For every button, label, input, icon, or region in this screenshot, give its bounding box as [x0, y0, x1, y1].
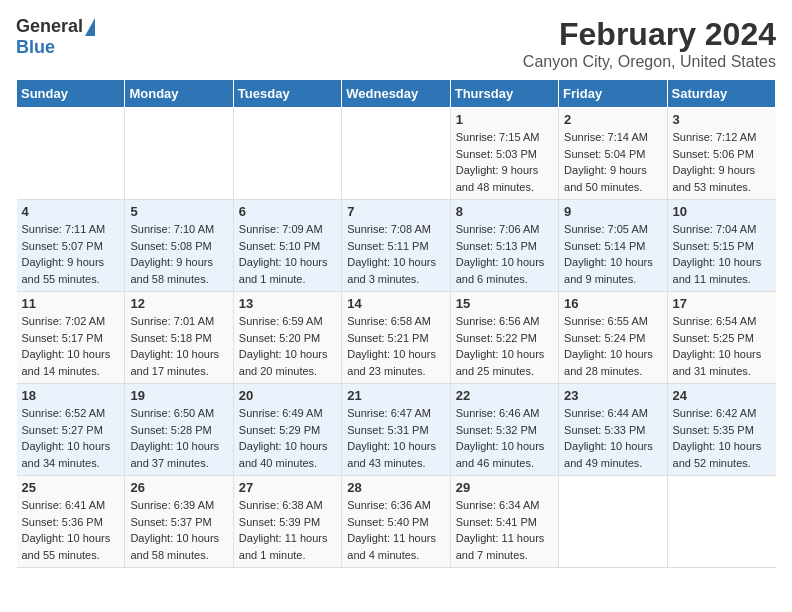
- logo-blue: Blue: [16, 37, 55, 58]
- day-info: Sunrise: 6:49 AMSunset: 5:29 PMDaylight:…: [239, 405, 336, 471]
- calendar-body: 1Sunrise: 7:15 AMSunset: 5:03 PMDaylight…: [17, 108, 776, 568]
- page-subtitle: Canyon City, Oregon, United States: [523, 53, 776, 71]
- day-info: Sunrise: 6:47 AMSunset: 5:31 PMDaylight:…: [347, 405, 444, 471]
- day-number: 20: [239, 388, 336, 403]
- day-number: 28: [347, 480, 444, 495]
- calendar-cell: 22Sunrise: 6:46 AMSunset: 5:32 PMDayligh…: [450, 384, 558, 476]
- calendar-cell: 10Sunrise: 7:04 AMSunset: 5:15 PMDayligh…: [667, 200, 775, 292]
- logo: General Blue: [16, 16, 95, 58]
- header-cell-thursday: Thursday: [450, 80, 558, 108]
- calendar-cell: 15Sunrise: 6:56 AMSunset: 5:22 PMDayligh…: [450, 292, 558, 384]
- day-info: Sunrise: 7:01 AMSunset: 5:18 PMDaylight:…: [130, 313, 227, 379]
- day-info: Sunrise: 7:12 AMSunset: 5:06 PMDaylight:…: [673, 129, 771, 195]
- calendar-cell: [342, 108, 450, 200]
- day-number: 16: [564, 296, 661, 311]
- day-number: 13: [239, 296, 336, 311]
- day-number: 23: [564, 388, 661, 403]
- calendar-cell: 4Sunrise: 7:11 AMSunset: 5:07 PMDaylight…: [17, 200, 125, 292]
- week-row-1: 4Sunrise: 7:11 AMSunset: 5:07 PMDaylight…: [17, 200, 776, 292]
- calendar-cell: 27Sunrise: 6:38 AMSunset: 5:39 PMDayligh…: [233, 476, 341, 568]
- calendar-cell: 5Sunrise: 7:10 AMSunset: 5:08 PMDaylight…: [125, 200, 233, 292]
- calendar-cell: 24Sunrise: 6:42 AMSunset: 5:35 PMDayligh…: [667, 384, 775, 476]
- day-number: 11: [22, 296, 120, 311]
- day-info: Sunrise: 6:52 AMSunset: 5:27 PMDaylight:…: [22, 405, 120, 471]
- day-info: Sunrise: 7:05 AMSunset: 5:14 PMDaylight:…: [564, 221, 661, 287]
- week-row-0: 1Sunrise: 7:15 AMSunset: 5:03 PMDaylight…: [17, 108, 776, 200]
- calendar-cell: 7Sunrise: 7:08 AMSunset: 5:11 PMDaylight…: [342, 200, 450, 292]
- title-area: February 2024 Canyon City, Oregon, Unite…: [523, 16, 776, 71]
- day-info: Sunrise: 7:10 AMSunset: 5:08 PMDaylight:…: [130, 221, 227, 287]
- calendar-table: SundayMondayTuesdayWednesdayThursdayFrid…: [16, 79, 776, 568]
- header-area: General Blue February 2024 Canyon City, …: [16, 16, 776, 71]
- day-info: Sunrise: 6:46 AMSunset: 5:32 PMDaylight:…: [456, 405, 553, 471]
- calendar-cell: 17Sunrise: 6:54 AMSunset: 5:25 PMDayligh…: [667, 292, 775, 384]
- calendar-cell: 29Sunrise: 6:34 AMSunset: 5:41 PMDayligh…: [450, 476, 558, 568]
- calendar-cell: 26Sunrise: 6:39 AMSunset: 5:37 PMDayligh…: [125, 476, 233, 568]
- day-number: 10: [673, 204, 771, 219]
- logo-icon: [85, 18, 95, 36]
- day-info: Sunrise: 6:55 AMSunset: 5:24 PMDaylight:…: [564, 313, 661, 379]
- header-cell-friday: Friday: [559, 80, 667, 108]
- day-info: Sunrise: 6:50 AMSunset: 5:28 PMDaylight:…: [130, 405, 227, 471]
- day-info: Sunrise: 6:58 AMSunset: 5:21 PMDaylight:…: [347, 313, 444, 379]
- day-info: Sunrise: 6:36 AMSunset: 5:40 PMDaylight:…: [347, 497, 444, 563]
- header-cell-saturday: Saturday: [667, 80, 775, 108]
- week-row-4: 25Sunrise: 6:41 AMSunset: 5:36 PMDayligh…: [17, 476, 776, 568]
- day-info: Sunrise: 7:15 AMSunset: 5:03 PMDaylight:…: [456, 129, 553, 195]
- day-info: Sunrise: 7:08 AMSunset: 5:11 PMDaylight:…: [347, 221, 444, 287]
- calendar-cell: 16Sunrise: 6:55 AMSunset: 5:24 PMDayligh…: [559, 292, 667, 384]
- calendar-cell: 12Sunrise: 7:01 AMSunset: 5:18 PMDayligh…: [125, 292, 233, 384]
- day-info: Sunrise: 7:06 AMSunset: 5:13 PMDaylight:…: [456, 221, 553, 287]
- day-number: 19: [130, 388, 227, 403]
- calendar-cell: [17, 108, 125, 200]
- calendar-cell: 8Sunrise: 7:06 AMSunset: 5:13 PMDaylight…: [450, 200, 558, 292]
- day-info: Sunrise: 7:09 AMSunset: 5:10 PMDaylight:…: [239, 221, 336, 287]
- page-title: February 2024: [523, 16, 776, 53]
- day-number: 14: [347, 296, 444, 311]
- header-cell-monday: Monday: [125, 80, 233, 108]
- day-info: Sunrise: 7:14 AMSunset: 5:04 PMDaylight:…: [564, 129, 661, 195]
- day-info: Sunrise: 6:44 AMSunset: 5:33 PMDaylight:…: [564, 405, 661, 471]
- calendar-cell: 11Sunrise: 7:02 AMSunset: 5:17 PMDayligh…: [17, 292, 125, 384]
- calendar-cell: [125, 108, 233, 200]
- day-number: 26: [130, 480, 227, 495]
- calendar-cell: [233, 108, 341, 200]
- day-info: Sunrise: 6:56 AMSunset: 5:22 PMDaylight:…: [456, 313, 553, 379]
- day-number: 18: [22, 388, 120, 403]
- calendar-cell: 18Sunrise: 6:52 AMSunset: 5:27 PMDayligh…: [17, 384, 125, 476]
- day-info: Sunrise: 6:41 AMSunset: 5:36 PMDaylight:…: [22, 497, 120, 563]
- logo-general: General: [16, 16, 83, 37]
- day-number: 3: [673, 112, 771, 127]
- calendar-cell: 6Sunrise: 7:09 AMSunset: 5:10 PMDaylight…: [233, 200, 341, 292]
- calendar-cell: 14Sunrise: 6:58 AMSunset: 5:21 PMDayligh…: [342, 292, 450, 384]
- calendar-cell: 2Sunrise: 7:14 AMSunset: 5:04 PMDaylight…: [559, 108, 667, 200]
- header-cell-wednesday: Wednesday: [342, 80, 450, 108]
- day-number: 12: [130, 296, 227, 311]
- day-number: 25: [22, 480, 120, 495]
- day-number: 27: [239, 480, 336, 495]
- day-info: Sunrise: 6:42 AMSunset: 5:35 PMDaylight:…: [673, 405, 771, 471]
- week-row-2: 11Sunrise: 7:02 AMSunset: 5:17 PMDayligh…: [17, 292, 776, 384]
- calendar-cell: 1Sunrise: 7:15 AMSunset: 5:03 PMDaylight…: [450, 108, 558, 200]
- day-info: Sunrise: 6:39 AMSunset: 5:37 PMDaylight:…: [130, 497, 227, 563]
- calendar-cell: 28Sunrise: 6:36 AMSunset: 5:40 PMDayligh…: [342, 476, 450, 568]
- day-number: 17: [673, 296, 771, 311]
- day-number: 2: [564, 112, 661, 127]
- day-number: 29: [456, 480, 553, 495]
- header-cell-tuesday: Tuesday: [233, 80, 341, 108]
- day-number: 8: [456, 204, 553, 219]
- day-number: 1: [456, 112, 553, 127]
- day-info: Sunrise: 6:59 AMSunset: 5:20 PMDaylight:…: [239, 313, 336, 379]
- header-row: SundayMondayTuesdayWednesdayThursdayFrid…: [17, 80, 776, 108]
- day-info: Sunrise: 6:38 AMSunset: 5:39 PMDaylight:…: [239, 497, 336, 563]
- calendar-cell: 13Sunrise: 6:59 AMSunset: 5:20 PMDayligh…: [233, 292, 341, 384]
- calendar-cell: 3Sunrise: 7:12 AMSunset: 5:06 PMDaylight…: [667, 108, 775, 200]
- day-number: 6: [239, 204, 336, 219]
- day-number: 15: [456, 296, 553, 311]
- day-info: Sunrise: 6:54 AMSunset: 5:25 PMDaylight:…: [673, 313, 771, 379]
- day-info: Sunrise: 7:11 AMSunset: 5:07 PMDaylight:…: [22, 221, 120, 287]
- day-number: 21: [347, 388, 444, 403]
- calendar-cell: [559, 476, 667, 568]
- day-number: 22: [456, 388, 553, 403]
- calendar-header: SundayMondayTuesdayWednesdayThursdayFrid…: [17, 80, 776, 108]
